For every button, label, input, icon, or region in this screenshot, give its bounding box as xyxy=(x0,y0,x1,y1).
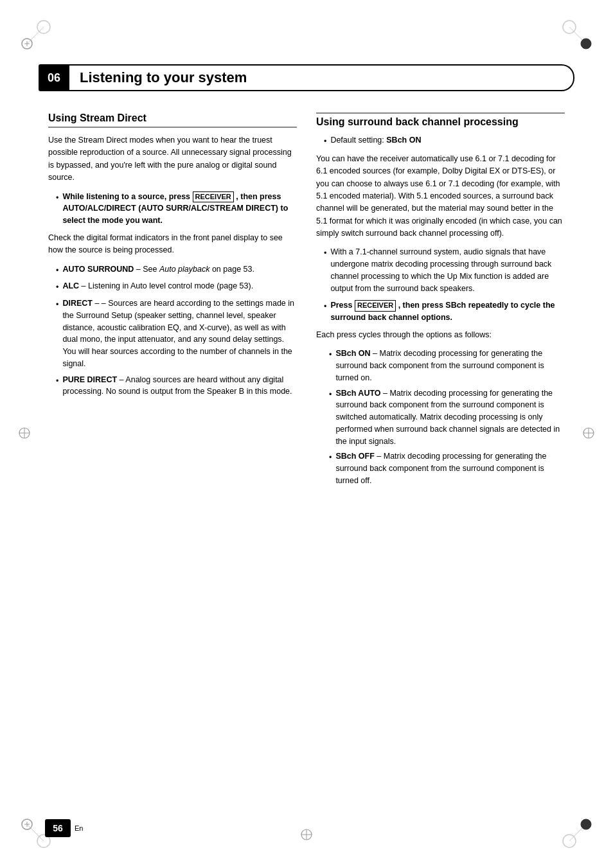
header-title-bar: Listening to your system xyxy=(69,64,574,91)
instr-bullet-item: • While listening to a source, press REC… xyxy=(56,191,297,227)
instr-bullet-content: While listening to a source, press RECEI… xyxy=(62,191,297,227)
mode-name: PURE DIRECT xyxy=(62,375,117,384)
bullet-symbol: • xyxy=(329,349,332,384)
mode-text: – Listening in Auto level control mode (… xyxy=(82,281,254,290)
page-language: En xyxy=(75,824,83,832)
chapter-header: 06 Listening to your system xyxy=(39,64,574,91)
options-list: • SBch ON – Matrix decoding processing f… xyxy=(329,348,565,486)
default-setting-bullet: • Default setting: SBch ON xyxy=(324,134,565,148)
mode-list: • AUTO SURROUND – See Auto playback on p… xyxy=(56,263,297,398)
right-column: Using surround back channel processing •… xyxy=(316,112,565,804)
receiver-key-left: RECEIVER xyxy=(193,191,234,202)
bullet-symbol: • xyxy=(324,301,326,324)
svg-point-15 xyxy=(581,819,591,829)
page: 06 Listening to your system Using Stream… xyxy=(0,0,613,868)
instr-bullet-right-item: • Press RECEIVER , then press SBch repea… xyxy=(324,299,565,324)
bullet-symbol: • xyxy=(56,265,58,277)
mode-name: AUTO SURROUND xyxy=(62,265,134,274)
page-number: 56 xyxy=(45,819,71,837)
corner-decoration-tr xyxy=(562,19,594,51)
mode-rest: on page 53. xyxy=(212,265,254,274)
mode-pure-direct: • PURE DIRECT – Analog sources are heard… xyxy=(56,374,297,398)
mode-auto-surround-content: AUTO SURROUND – See Auto playback on pag… xyxy=(62,263,297,277)
right-section-heading: Using surround back channel processing xyxy=(316,112,565,128)
option-sbch-on-content: SBch ON – Matrix decoding processing for… xyxy=(335,348,565,384)
mode-sep: – See xyxy=(136,265,159,274)
mode-text: – xyxy=(94,299,99,308)
mode-pure-direct-content: PURE DIRECT – Analog sources are heard w… xyxy=(62,374,297,398)
left-intro-text: Use the Stream Direct modes when you wan… xyxy=(48,134,297,184)
bullet-symbol: • xyxy=(329,389,332,448)
instr-bullet-right-content: Press RECEIVER , then press SBch repeate… xyxy=(330,299,565,324)
corner-decoration-tl xyxy=(19,19,51,51)
bottom-center-mark xyxy=(300,828,313,844)
mode-italic: Auto playback xyxy=(159,265,210,274)
bullet-symbol: • xyxy=(324,136,326,148)
surround-bullet-list: • With a 7.1-channel surround system, au… xyxy=(324,246,565,294)
option-sbch-on: • SBch ON – Matrix decoding processing f… xyxy=(329,348,565,384)
option-name: SBch ON xyxy=(335,349,370,358)
content-area: Using Stream Direct Use the Stream Direc… xyxy=(48,112,565,804)
bullet-symbol: • xyxy=(56,299,58,370)
bullet-symbol: • xyxy=(324,247,326,294)
side-mark-right xyxy=(582,427,595,442)
svg-line-9 xyxy=(27,824,44,841)
press-lead: Press xyxy=(330,301,352,310)
receiver-key-right: RECEIVER xyxy=(355,300,396,311)
corner-decoration-br xyxy=(562,817,594,849)
mode-direct: • DIRECT – – Sources are heard according… xyxy=(56,297,297,370)
option-sbch-auto: • SBch AUTO – Matrix decoding processing… xyxy=(329,387,565,448)
left-column: Using Stream Direct Use the Stream Direc… xyxy=(48,112,297,804)
option-sbch-off: • SBch OFF – Matrix decoding processing … xyxy=(329,450,565,486)
option-name: SBch AUTO xyxy=(335,389,380,398)
default-setting-item: • Default setting: SBch ON xyxy=(324,134,565,148)
page-footer: 56 En xyxy=(45,819,83,837)
option-name: SBch OFF xyxy=(335,452,374,461)
bullet-symbol: • xyxy=(329,452,332,486)
right-intro-text: You can have the receiver automatically … xyxy=(316,153,565,240)
page-title: Listening to your system xyxy=(80,69,247,86)
instruction-bullet-left: • While listening to a source, press REC… xyxy=(56,191,297,227)
mode-text-full: – Sources are heard according to the set… xyxy=(62,299,294,368)
bullet-symbol: • xyxy=(56,192,58,227)
option-sbch-auto-content: SBch AUTO – Matrix decoding processing f… xyxy=(335,387,565,448)
left-section-heading: Using Stream Direct xyxy=(48,112,297,128)
surround-bullet-content: With a 7.1-channel surround system, audi… xyxy=(330,246,565,294)
mode-name: ALC xyxy=(62,281,79,290)
bullet-symbol: • xyxy=(56,281,58,294)
default-value: SBch ON xyxy=(386,136,421,145)
option-sbch-off-content: SBch OFF – Matrix decoding processing fo… xyxy=(335,450,565,486)
instr-lead: While listening to a source, press xyxy=(62,192,190,201)
side-mark-left xyxy=(18,427,31,442)
surround-bullet-item: • With a 7.1-channel surround system, au… xyxy=(324,246,565,294)
default-label: Default setting: xyxy=(330,136,384,145)
mode-name: DIRECT xyxy=(62,299,93,308)
chapter-number: 06 xyxy=(39,64,69,91)
default-setting-content: Default setting: SBch ON xyxy=(330,134,565,148)
mode-direct-content: DIRECT – – Sources are heard according t… xyxy=(62,297,297,370)
cycle-intro-text: Each press cycles through the options as… xyxy=(316,329,565,341)
bullet-symbol: • xyxy=(56,375,58,398)
svg-point-7 xyxy=(581,39,591,49)
instruction-bullet-right: • Press RECEIVER , then press SBch repea… xyxy=(324,299,565,324)
check-text: Check the digital format indicators in t… xyxy=(48,232,297,257)
mode-auto-surround: • AUTO SURROUND – See Auto playback on p… xyxy=(56,263,297,277)
mode-alc-content: ALC – Listening in Auto level control mo… xyxy=(62,280,297,294)
mode-alc: • ALC – Listening in Auto level control … xyxy=(56,280,297,294)
svg-line-1 xyxy=(27,27,44,44)
